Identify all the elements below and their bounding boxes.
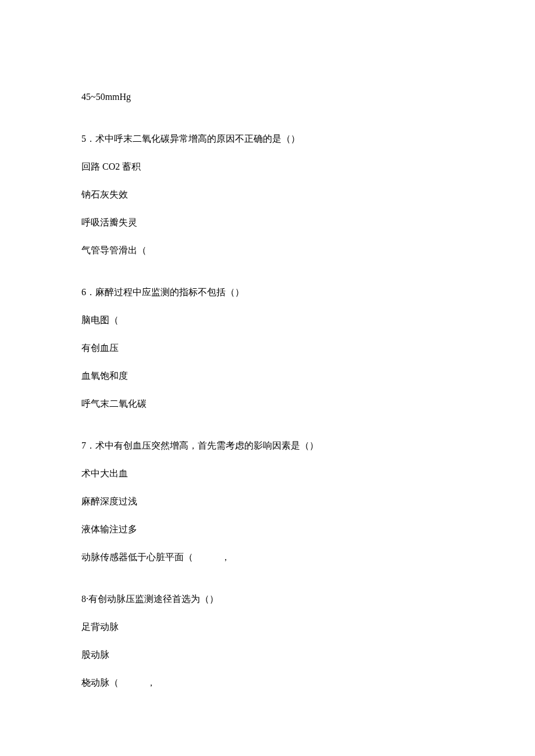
document-content: 45~50mmHg 5．术中呼末二氧化碳异常增高的原因不正确的是（） 回路 CO… bbox=[0, 0, 535, 690]
option: 液体输注过多 bbox=[81, 522, 454, 536]
question-text: ·有创动脉压监测途径首选为（） bbox=[86, 594, 219, 604]
question-text: ．麻醉过程中应监测的指标不包括（） bbox=[86, 287, 244, 297]
option: 回路 CO2 蓄积 bbox=[81, 160, 454, 174]
question-7: 7．术中有创血压突然增高，首先需考虑的影响因素是（） 术中大出血 麻醉深度过浅 … bbox=[81, 439, 454, 564]
option: 血氧饱和度 bbox=[81, 369, 454, 383]
option: 脑电图（ bbox=[81, 313, 454, 327]
question-stem: 6．麻醉过程中应监测的指标不包括（） bbox=[81, 285, 454, 299]
question-number: 6 bbox=[81, 287, 86, 297]
option: 股动脉 bbox=[81, 648, 454, 662]
option: 麻醉深度过浅 bbox=[81, 495, 454, 508]
question-5: 5．术中呼末二氧化碳异常增高的原因不正确的是（） 回路 CO2 蓄积 钠石灰失效… bbox=[81, 132, 454, 257]
question-text: ．术中呼末二氧化碳异常增高的原因不正确的是（） bbox=[86, 134, 300, 144]
option: 足背动脉 bbox=[81, 620, 454, 634]
option: 桡动脉（ ， bbox=[81, 676, 454, 690]
option: 钠石灰失效 bbox=[81, 188, 454, 202]
option: 呼吸活瓣失灵 bbox=[81, 216, 454, 230]
option: 呼气末二氧化碳 bbox=[81, 397, 454, 411]
question-number: 5 bbox=[81, 134, 86, 144]
option: 动脉传感器低于心脏平面（ ， bbox=[81, 550, 454, 564]
question-number: 7 bbox=[81, 440, 86, 450]
question-text: ．术中有创血压突然增高，首先需考虑的影响因素是（） bbox=[86, 440, 319, 450]
question-number: 8 bbox=[81, 594, 86, 604]
question-6: 6．麻醉过程中应监测的指标不包括（） 脑电图（ 有创血压 血氧饱和度 呼气末二氧… bbox=[81, 285, 454, 411]
question-stem: 8·有创动脉压监测途径首选为（） bbox=[81, 592, 454, 606]
orphan-option: 45~50mmHg bbox=[81, 90, 454, 104]
option: 气管导管滑出（ bbox=[81, 243, 454, 257]
question-stem: 5．术中呼末二氧化碳异常增高的原因不正确的是（） bbox=[81, 132, 454, 146]
question-stem: 7．术中有创血压突然增高，首先需考虑的影响因素是（） bbox=[81, 439, 454, 453]
option: 有创血压 bbox=[81, 341, 454, 355]
option: 术中大出血 bbox=[81, 467, 454, 481]
question-8: 8·有创动脉压监测途径首选为（） 足背动脉 股动脉 桡动脉（ ， bbox=[81, 592, 454, 690]
